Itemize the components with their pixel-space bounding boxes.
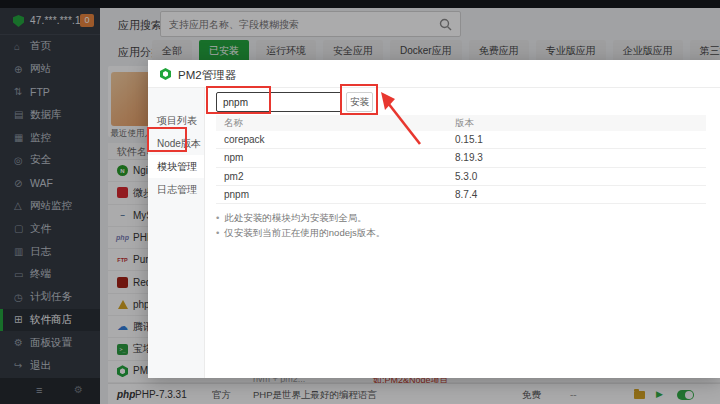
module-table-header: 名称 版本: [216, 115, 706, 131]
module-version: 5.3.0: [455, 168, 477, 186]
module-name: pm2: [216, 171, 243, 182]
module-name: npm: [216, 152, 243, 163]
pm2-icon: [160, 68, 171, 80]
modal-header: PM2管理器: [148, 60, 720, 88]
annotation-box-module-tab: [147, 127, 187, 152]
modal-tab-log-manage[interactable]: 日志管理: [148, 178, 204, 201]
modal-title: PM2管理器: [178, 68, 236, 83]
module-row-pnpm: pnpm8.7.4: [216, 186, 706, 204]
module-row-npm: npm8.19.3: [216, 149, 706, 167]
module-version: 8.7.4: [455, 186, 477, 204]
note-line: •此处安装的模块均为安装到全局。: [216, 210, 385, 225]
modal-tab-module-manage[interactable]: 模块管理: [148, 155, 204, 178]
module-name: pnpm: [216, 189, 249, 200]
module-row-pm2: pm25.3.0: [216, 168, 706, 186]
module-name: corepack: [216, 134, 265, 145]
module-row-corepack: corepack0.15.1: [216, 131, 706, 149]
annotation-box-input: [206, 86, 271, 114]
module-table: 名称 版本 corepack0.15.1 npm8.19.3 pm25.3.0 …: [216, 115, 706, 204]
col-name: 名称: [216, 117, 243, 128]
col-version: 版本: [455, 115, 474, 131]
module-version: 0.15.1: [455, 131, 483, 149]
modal-notes: •此处安装的模块均为安装到全局。 •仅安装到当前正在使用的nodejs版本。: [216, 210, 385, 240]
module-version: 8.19.3: [455, 149, 483, 167]
annotation-arrow: [373, 92, 428, 150]
note-line: •仅安装到当前正在使用的nodejs版本。: [216, 225, 385, 240]
